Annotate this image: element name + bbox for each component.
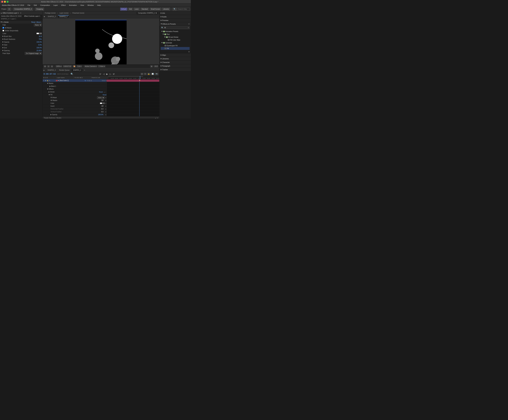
- effects-presets-menu[interactable]: ☰: [188, 23, 190, 25]
- stroke-section-header[interactable]: fx Stroke Reset About...: [0, 21, 43, 23]
- fill-item[interactable]: Fill: [161, 47, 190, 50]
- stroke-seq-checkbox[interactable]: [2, 30, 4, 31]
- end-value[interactable]: 100.0%: [37, 47, 42, 49]
- tl-next-frame-btn[interactable]: ▷: [109, 73, 112, 75]
- brush-hardness-value[interactable]: 79%: [39, 38, 42, 40]
- menu-window[interactable]: Window: [87, 4, 94, 7]
- tab-effect-controls[interactable]: Effect Controls Layer 1: [23, 15, 42, 17]
- menu-file[interactable]: File: [27, 4, 31, 7]
- libraries-section-header[interactable]: Libraries: [159, 57, 191, 60]
- menu-effect[interactable]: Effect: [61, 4, 66, 7]
- vt-grid-btn[interactable]: ⊡: [47, 65, 50, 67]
- standard-btn[interactable]: Standard: [141, 7, 149, 11]
- color-swatch-gray[interactable]: [39, 33, 42, 34]
- masks-expand[interactable]: [47, 83, 48, 84]
- default-btn[interactable]: Default: [120, 7, 127, 11]
- vt-render-btn[interactable]: ⊞: [150, 65, 153, 67]
- lr-1-expand[interactable]: [58, 80, 59, 81]
- info-section-header[interactable]: Info: [159, 11, 191, 15]
- generate-folder[interactable]: Generate: [161, 41, 190, 44]
- l1-opacity-expand[interactable]: [51, 114, 52, 115]
- tab-project[interactable]: Adobe After Effects CC 2019: [0, 15, 23, 17]
- text-folder[interactable]: Text: [161, 33, 190, 36]
- tl-timecode[interactable]: 0:00:07:02: [44, 73, 56, 75]
- audio-section-header[interactable]: Audio: [159, 15, 191, 18]
- lr-1-lock[interactable]: 🔒: [47, 80, 48, 81]
- layer-1-fill[interactable]: Fill Reset: [43, 93, 106, 96]
- vt-color-btn[interactable]: 🎨: [73, 65, 76, 67]
- vt-zoom-btn[interactable]: 100% ▾: [55, 65, 62, 67]
- animation-presets-folder[interactable]: Animation Presets: [161, 30, 190, 33]
- path-dropdown[interactable]: None: [34, 24, 42, 26]
- panel-tab-footage[interactable]: Footage (none): [44, 12, 57, 14]
- color-swatch-white[interactable]: [37, 33, 39, 34]
- comp-nav-back[interactable]: ◀: [44, 16, 45, 17]
- tl-comp-btn[interactable]: ⊞: [141, 73, 143, 75]
- toggle-switches-label[interactable]: Toggle Switches / Modes: [44, 117, 61, 118]
- character-section-header[interactable]: Character: [159, 61, 191, 64]
- tl-tab-render[interactable]: Render Queue: [58, 69, 71, 71]
- vt-view-btn[interactable]: 1 View ▾: [98, 65, 105, 67]
- comp-tab-shapes4[interactable]: SHAPES_4: [58, 15, 69, 18]
- menu-animation[interactable]: Animation: [68, 4, 77, 7]
- vt-exposure-btn[interactable]: +0.0: [154, 65, 158, 67]
- paint-style-dropdown[interactable]: On Original Image: [25, 52, 42, 55]
- window-controls[interactable]: [1, 1, 8, 3]
- effects-expand[interactable]: [47, 89, 48, 90]
- comp-tab-shapes3[interactable]: SHAPES_3: [46, 15, 57, 18]
- panel-tab-comp[interactable]: Composition SHAPES_4 ☰: [136, 12, 158, 14]
- tracker-section-header[interactable]: Tracker: [159, 68, 191, 71]
- tl-tab-shapes4[interactable]: SHAPES_4: [72, 69, 82, 71]
- layer-1-stroke[interactable]: Stroke Reset —: [43, 91, 106, 93]
- search-input[interactable]: [177, 7, 190, 11]
- tl-search-btn[interactable]: 🔍: [70, 73, 74, 75]
- close-button[interactable]: [1, 1, 3, 3]
- stroke-about-btn[interactable]: About...: [37, 21, 42, 23]
- fill-color-swatch2[interactable]: [103, 103, 105, 104]
- align-section-header[interactable]: Align: [159, 53, 191, 57]
- search-clear-icon[interactable]: ✕: [187, 27, 189, 29]
- vt-reset-btn[interactable]: ⊞: [44, 65, 46, 67]
- spacing-value[interactable]: 15.00%: [37, 50, 42, 52]
- tl-play-btn[interactable]: ▶: [106, 73, 108, 75]
- tl-solo-btn[interactable]: S: [144, 73, 147, 75]
- toolbar-project-btn[interactable]: ☰: [7, 7, 11, 11]
- fill-mask-dropdown[interactable]: None: [97, 96, 105, 99]
- small-screen-btn[interactable]: Small Screen: [150, 7, 161, 11]
- eyedropper-fill-item[interactable]: Eyedropper Fill: [161, 44, 190, 47]
- edit-btn[interactable]: Edit: [128, 7, 133, 11]
- tl-close-btn[interactable]: ✕: [84, 69, 85, 71]
- menu-help[interactable]: Help: [97, 4, 101, 7]
- tl-render-preview-btn[interactable]: 📷: [155, 73, 158, 75]
- left-panel-menu[interactable]: ☰: [20, 12, 21, 14]
- paragraph-section-header[interactable]: Paragraph: [159, 64, 191, 68]
- layer-row-1[interactable]: 👁 🔊 🔒 ⊞ 1 [Red Solid 2] fx / fx ⊞ ⊟: [43, 79, 106, 82]
- opacity-value[interactable]: 100.0%: [37, 41, 42, 43]
- maximize-button[interactable]: [7, 1, 8, 3]
- preview-section-header[interactable]: Preview: [159, 19, 191, 22]
- menu-view[interactable]: View: [80, 4, 85, 7]
- tl-tab-shapes3[interactable]: SHAPES_3: [46, 69, 57, 71]
- fill-stroke-folder[interactable]: Fill and Stroke: [161, 36, 190, 38]
- effects-presets-header[interactable]: Effects & Presets ☰: [159, 22, 191, 26]
- libraries-btn[interactable]: Libraries: [162, 7, 170, 11]
- menu-layer[interactable]: Layer: [53, 4, 58, 7]
- vt-camera-btn[interactable]: Active Camera ▾: [84, 65, 97, 67]
- tl-goto-start-btn[interactable]: ⊮: [99, 73, 102, 75]
- panel-tab-flowchart[interactable]: Flowchart (none): [71, 12, 86, 14]
- search-btn[interactable]: 🔍: [172, 7, 177, 11]
- tl-goto-end-btn[interactable]: ⊯: [112, 73, 115, 75]
- learn-btn[interactable]: Learn: [134, 7, 140, 11]
- lr-1-visibility[interactable]: 👁: [43, 80, 45, 81]
- tl-prev-frame-btn[interactable]: ◁: [103, 73, 105, 75]
- fill-color-wipe-item[interactable]: Fill Color Wipe: [161, 38, 190, 41]
- effects-search-input[interactable]: [164, 27, 187, 29]
- menu-ae[interactable]: Adobe After Effects CC 2019: [1, 4, 25, 7]
- vt-quality-btn[interactable]: Full ▾: [77, 65, 82, 67]
- fill-sub-expand[interactable]: [49, 94, 50, 95]
- lr-1-audio[interactable]: 🔊: [45, 80, 47, 81]
- effects-new-icon[interactable]: ⊞: [188, 51, 190, 52]
- brush-size-value[interactable]: 10.8: [39, 36, 42, 37]
- start-value[interactable]: 0.0%: [38, 44, 42, 46]
- menu-composition[interactable]: Composition: [40, 4, 51, 7]
